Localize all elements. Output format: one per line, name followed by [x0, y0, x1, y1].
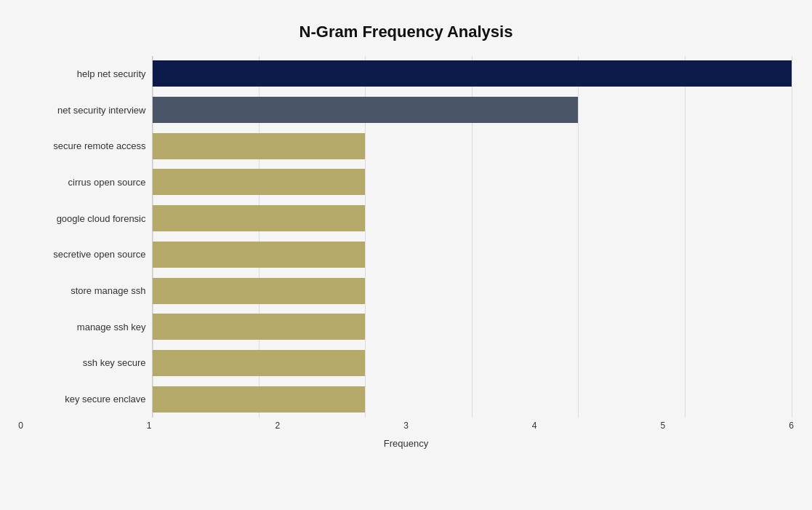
bar — [153, 350, 366, 376]
y-label: manage ssh key — [21, 308, 152, 345]
bar-row — [153, 236, 792, 273]
y-label: ssh key secure — [21, 345, 152, 381]
y-label: google cloud forensic — [21, 200, 152, 236]
x-tick: 3 — [403, 421, 409, 431]
bar — [153, 97, 579, 123]
x-axis-label: Frequency — [21, 438, 792, 449]
bar — [153, 205, 366, 231]
bar — [153, 60, 792, 87]
y-label: net security interview — [21, 92, 152, 128]
bar-row — [153, 128, 792, 164]
y-label: secure remote access — [21, 128, 152, 164]
bar-row — [153, 381, 792, 418]
chart-container: N-Gram Frequency Analysis help net secur… — [7, 8, 806, 503]
bar-row — [153, 164, 792, 201]
x-tick: 4 — [532, 421, 537, 431]
bar-row — [153, 273, 792, 309]
bar-row — [153, 200, 792, 236]
bar-row — [153, 56, 792, 92]
y-label: help net security — [21, 56, 152, 92]
bar — [153, 169, 366, 195]
y-axis: help net securitynet security interviews… — [21, 56, 152, 418]
bar — [153, 278, 366, 304]
bar — [153, 242, 366, 268]
bar-row — [153, 308, 792, 345]
y-label: cirrus open source — [21, 164, 152, 201]
x-axis: 0123456 — [21, 421, 792, 435]
bar-row — [153, 92, 792, 128]
bar — [153, 133, 366, 159]
chart-title: N-Gram Frequency Analysis — [21, 23, 792, 41]
x-tick: 5 — [660, 421, 665, 431]
y-label: secretive open source — [21, 236, 152, 273]
y-label: store manage ssh — [21, 273, 152, 309]
x-tick: 2 — [275, 421, 280, 431]
y-label: key secure enclave — [21, 381, 152, 418]
bars-section: help net securitynet security interviews… — [21, 56, 792, 418]
x-tick: 6 — [789, 421, 794, 431]
bars-area — [152, 56, 792, 418]
chart-area: help net securitynet security interviews… — [21, 56, 792, 449]
bar — [153, 386, 366, 413]
grid-line — [792, 56, 792, 418]
bar — [153, 314, 366, 340]
bar-row — [153, 345, 792, 381]
x-tick: 0 — [18, 421, 23, 431]
x-tick: 1 — [147, 421, 152, 431]
